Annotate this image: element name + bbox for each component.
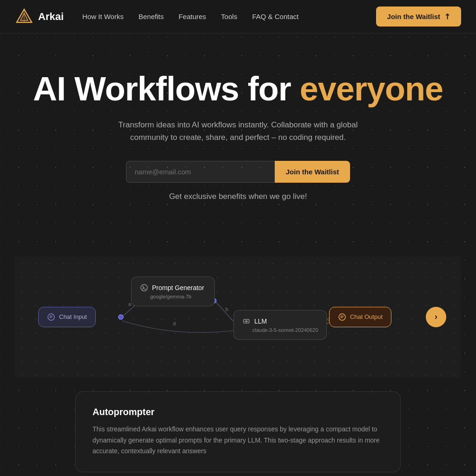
llm-subtitle: claude-3-5-sonnet-20240620	[252, 327, 318, 333]
email-form: Join the Waitlist	[15, 161, 461, 183]
svg-text:d: d	[173, 321, 176, 326]
hero-section: AI Workflows for everyone Transform idea…	[0, 33, 476, 238]
chat-output-label: Chat Output	[350, 313, 383, 320]
svg-text:b: b	[225, 306, 228, 312]
chat-input-icon	[47, 313, 55, 321]
workflow-background: a b c d Chat Input	[15, 257, 461, 377]
prompt-generator-icon	[140, 284, 148, 292]
next-button[interactable]: ›	[426, 307, 446, 327]
llm-icon	[242, 317, 251, 325]
nav-link-faq[interactable]: FAQ & Contact	[252, 13, 298, 20]
description-text: This streamlined Arkai workflow enhances…	[93, 424, 383, 457]
arkai-logo-icon	[15, 7, 33, 26]
hero-title: AI Workflows for everyone	[15, 71, 461, 107]
llm-title-row: LLM	[242, 317, 267, 325]
nav-link-features[interactable]: Features	[178, 13, 206, 20]
workflow-canvas: a b c d Chat Input	[15, 266, 433, 368]
llm-node: LLM claude-3-5-sonnet-20240620	[233, 310, 327, 340]
llm-title: LLM	[254, 317, 267, 325]
prompt-generator-subtitle: google/gemma-7b	[150, 294, 192, 299]
svg-point-19	[339, 314, 345, 320]
chat-input-node: Chat Input	[38, 307, 96, 327]
logo[interactable]: Arkai	[15, 7, 64, 26]
navbar: Arkai How It Works Benefits Features Too…	[0, 0, 476, 33]
svg-point-6	[119, 315, 123, 319]
nav-links: How It Works Benefits Features Tools FAQ…	[82, 13, 298, 21]
prompt-generator-title: Prompt Generator	[152, 284, 204, 291]
hero-join-waitlist-button[interactable]: Join the Waitlist	[275, 161, 350, 183]
prompt-generator-title-row: Prompt Generator	[140, 284, 204, 292]
nav-left: Arkai How It Works Benefits Features Too…	[15, 7, 298, 26]
arrow-icon: ↗	[442, 11, 452, 22]
workflow-wrapper: a b c d Chat Input	[15, 257, 461, 377]
exclusive-benefits-text: Get exclusive benefits when we go live!	[108, 190, 368, 203]
svg-point-16	[48, 314, 54, 320]
hero-subtitle: Transform ideas into AI workflows instan…	[108, 119, 368, 144]
logo-text: Arkai	[38, 11, 64, 23]
prompt-generator-node: Prompt Generator google/gemma-7b	[131, 277, 215, 306]
nav-join-waitlist-button[interactable]: Join the Waitlist ↗	[376, 7, 461, 26]
nav-link-tools[interactable]: Tools	[221, 13, 237, 20]
nav-link-benefits[interactable]: Benefits	[139, 13, 164, 20]
chat-output-icon	[338, 313, 346, 321]
chat-input-label: Chat Input	[59, 313, 87, 320]
nav-link-how-it-works[interactable]: How It Works	[82, 13, 124, 20]
description-card: Autoprompter This streamlined Arkai work…	[75, 391, 401, 472]
chat-output-node: Chat Output	[329, 307, 391, 327]
email-input[interactable]	[126, 161, 275, 183]
workflow-section: a b c d Chat Input	[0, 238, 476, 472]
description-title: Autoprompter	[93, 407, 383, 417]
